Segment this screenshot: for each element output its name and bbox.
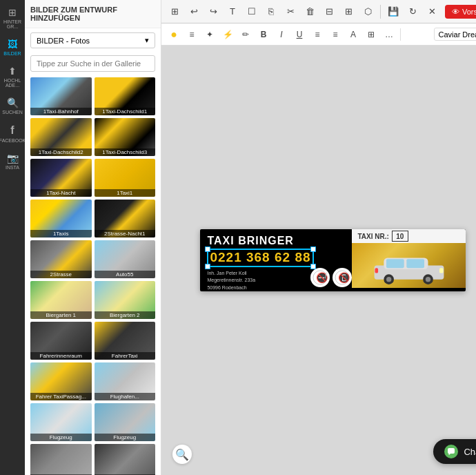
sidebar-item-hintergrunde[interactable]: ⊞ HINTERGR... bbox=[1, 3, 23, 33]
chat-svg bbox=[447, 447, 455, 456]
bold-btn[interactable]: B bbox=[255, 26, 272, 43]
bilder-icon: 🖼 bbox=[8, 39, 17, 50]
canvas-area[interactable]: TAXI BRINGER 0221 368 62 88 Inh. Jan Pet… bbox=[161, 46, 476, 475]
list-item[interactable]: 2Strasse-Nacht1 bbox=[95, 200, 156, 238]
text-box-btn[interactable]: ⊞ bbox=[363, 26, 379, 43]
sidebar-label-bilder: BILDER bbox=[3, 51, 21, 56]
svg-point-9 bbox=[386, 277, 391, 282]
list-item[interactable]: Auto55 bbox=[95, 240, 156, 278]
sidebar-item-facebook[interactable]: f FACEBOOK bbox=[1, 120, 23, 147]
align-left-btn[interactable]: ≡ bbox=[309, 26, 326, 43]
align-btn[interactable]: ≡ bbox=[184, 26, 200, 43]
cut-btn[interactable]: ✂ bbox=[281, 3, 299, 21]
panel-header: BILDER ZUM ENTWURF HINZUFÜGEN bbox=[25, 0, 161, 28]
chat-bubble-icon bbox=[444, 445, 458, 458]
copy-btn[interactable]: ⎘ bbox=[262, 3, 280, 21]
list-item[interactable]: Biergarten 1 bbox=[30, 281, 92, 319]
taxi-car-image bbox=[352, 243, 466, 288]
list-item[interactable]: Flughafen... bbox=[95, 362, 156, 400]
image-label: Biergarten 1 bbox=[30, 311, 92, 319]
list-item[interactable]: Flugzeug bbox=[30, 403, 92, 441]
image-label: FahrerTaxi bbox=[95, 352, 156, 360]
sparkle-btn[interactable]: ✦ bbox=[201, 26, 218, 43]
list-item[interactable]: FahrerTaxi bbox=[95, 322, 156, 360]
sidebar-item-insta[interactable]: 📷 INSTA bbox=[1, 148, 23, 174]
layers-btn[interactable]: ⬡ bbox=[359, 3, 377, 21]
toolbar: ⊞ ↩ ↪ T ☐ ⎘ ✂ 🗑 ⊟ ⊞ ⬡ 💾 ↻ ✕ 👁 Vorschau bbox=[161, 0, 476, 23]
color-circle-btn[interactable]: ● bbox=[166, 26, 182, 43]
image-label: 1Taxis bbox=[30, 230, 92, 238]
chat-label: Chat bbox=[464, 447, 476, 457]
list-item[interactable]: 1Taxis bbox=[30, 200, 92, 238]
sidebar-label-suchen: SUCHEN bbox=[2, 110, 23, 115]
svg-text:📵: 📵 bbox=[338, 272, 350, 284]
list-item[interactable]: Biergarten 2 bbox=[95, 281, 156, 319]
redo-btn[interactable]: ↪ bbox=[204, 3, 222, 21]
lightning-btn[interactable]: ⚡ bbox=[219, 26, 236, 43]
no-call-icon: 📵 bbox=[333, 268, 352, 287]
taxi-card[interactable]: TAXI BRINGER 0221 368 62 88 Inh. Jan Pet… bbox=[200, 229, 466, 291]
list-item[interactable]: 1Taxi1 bbox=[95, 159, 156, 197]
facebook-icon: f bbox=[10, 124, 14, 137]
list-item[interactable]: Mietwagen bbox=[30, 444, 92, 475]
sidebar-item-bilder[interactable]: 🖼 BILDER bbox=[1, 35, 23, 60]
svg-rect-12 bbox=[439, 268, 444, 273]
italic-btn[interactable]: I bbox=[273, 26, 290, 43]
minus-btn[interactable]: ⊟ bbox=[320, 3, 338, 21]
hintergrunde-icon: ⊞ bbox=[8, 7, 17, 18]
list-item[interactable]: 1Taxi-Dachschild2 bbox=[30, 118, 92, 156]
refresh-btn[interactable]: ↻ bbox=[404, 3, 422, 21]
list-item[interactable]: Flugzeug bbox=[95, 403, 156, 441]
phone-element[interactable]: 0221 368 62 88 bbox=[207, 249, 313, 267]
list-item[interactable]: Fahrerinnenraum bbox=[30, 322, 92, 360]
svg-rect-7 bbox=[406, 259, 424, 268]
chat-button[interactable]: Chat bbox=[433, 439, 476, 464]
taxi-nr-bar: TAXI NR.: 10 bbox=[352, 229, 466, 243]
search-input[interactable] bbox=[30, 55, 155, 72]
handle-tl bbox=[205, 246, 210, 252]
image-panel: BILDER ZUM ENTWURF HINZUFÜGEN BILDER - F… bbox=[25, 0, 161, 475]
hochladen-icon: ⬆ bbox=[8, 66, 17, 77]
list-item[interactable]: 1Taxi-Dachschild1 bbox=[95, 77, 156, 115]
image-label: 2Strasse-Nacht1 bbox=[95, 230, 156, 238]
sidebar: ⊞ HINTERGR... 🖼 BILDER ⬆ HOCHLADE... 🔍 S… bbox=[0, 0, 25, 475]
sidebar-item-suchen[interactable]: 🔍 SUCHEN bbox=[1, 93, 23, 119]
image-grid: 1Taxi-Bahnhof 1Taxi-Dachschild1 1Taxi-Da… bbox=[25, 75, 161, 475]
list-item[interactable]: 1Taxi-Bahnhof bbox=[30, 77, 92, 115]
list-item[interactable]: 2Strasse bbox=[30, 240, 92, 278]
close-btn[interactable]: ✕ bbox=[423, 3, 441, 21]
handle-bl bbox=[205, 264, 210, 269]
preview-button[interactable]: 👁 Vorschau bbox=[445, 5, 476, 19]
list-item[interactable]: 1Taxi-Dachschild3 bbox=[95, 118, 156, 156]
underline-btn[interactable]: U bbox=[291, 26, 308, 43]
car-svg bbox=[371, 246, 447, 284]
handle-tr bbox=[310, 246, 316, 252]
font-selector[interactable]: Caviar Dreams ▾ bbox=[434, 28, 476, 41]
list-item[interactable]: 1Taxi-Nacht bbox=[30, 159, 92, 197]
taxi-phone: 0221 368 62 88 bbox=[207, 249, 313, 267]
pen-btn[interactable]: ✏ bbox=[237, 26, 254, 43]
taxi-brand: TAXI BRINGER bbox=[207, 235, 345, 247]
more-btn[interactable]: … bbox=[381, 26, 397, 43]
plus-btn[interactable]: ⊞ bbox=[339, 3, 357, 21]
image-label: 1Taxi-Bahnhof bbox=[30, 108, 92, 115]
zoom-control[interactable]: 🔍 bbox=[172, 445, 192, 464]
sidebar-item-hochladen[interactable]: ⬆ HOCHLADE... bbox=[1, 61, 23, 92]
text-btn[interactable]: T bbox=[224, 3, 241, 21]
align-center-btn[interactable]: ≡ bbox=[327, 26, 344, 43]
grid-btn[interactable]: ⊞ bbox=[166, 3, 184, 21]
delete-btn[interactable]: 🗑 bbox=[301, 3, 319, 21]
save-btn[interactable]: 💾 bbox=[384, 3, 402, 21]
font-size-btn[interactable]: A bbox=[345, 26, 361, 43]
image-label: 1Taxi1 bbox=[95, 189, 156, 197]
shape-btn[interactable]: ☐ bbox=[243, 3, 261, 21]
svg-point-11 bbox=[426, 277, 430, 282]
panel-dropdown[interactable]: BILDER - Fotos ▾ bbox=[30, 32, 155, 48]
toolbar-separator-1 bbox=[380, 5, 381, 19]
list-item[interactable]: Passagier-Gepäck bbox=[95, 444, 156, 475]
taxi-card-right: TAXI NR.: 10 bbox=[352, 229, 466, 291]
format-toolbar: ● ≡ ✦ ⚡ ✏ B I U ≡ ≡ A ⊞ … Caviar Dreams … bbox=[161, 23, 476, 46]
svg-rect-6 bbox=[386, 259, 404, 268]
list-item[interactable]: Fahrer TaxiPassag... bbox=[30, 362, 92, 400]
undo-btn[interactable]: ↩ bbox=[185, 3, 203, 21]
